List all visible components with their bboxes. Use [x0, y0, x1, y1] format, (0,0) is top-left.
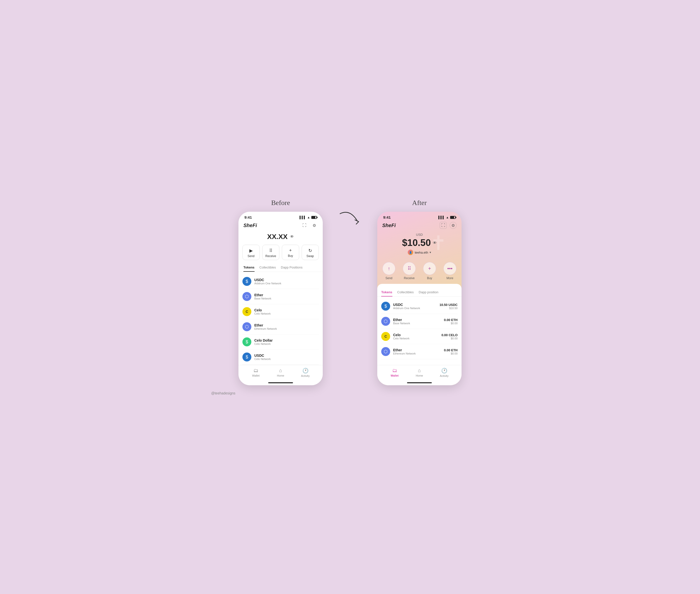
tab-collectibles-after[interactable]: Collectibles — [397, 289, 414, 297]
activity-nav-icon: 🕐 — [441, 368, 447, 373]
after-token-list: $ USDC Arbitrum One Network 10.50 USDC $… — [377, 299, 462, 365]
before-swap-button[interactable]: ↻ Swap — [302, 245, 319, 260]
send-label: Send — [247, 254, 255, 258]
eth-icon-after-2: ⬡ — [381, 347, 390, 356]
nav-wallet-before[interactable]: 🗂 Wallet — [248, 368, 263, 377]
before-buy-button[interactable]: + Buy — [282, 245, 299, 260]
token-item[interactable]: ⬡ Ether Base Network — [242, 289, 319, 304]
chevron-down-icon[interactable]: ▾ — [430, 251, 431, 254]
after-content-area: Tokens Collectibles Dapp position $ USDC… — [377, 284, 462, 385]
tab-dapp-after[interactable]: Dapp position — [419, 289, 438, 297]
settings-icon[interactable]: ⚙ — [449, 222, 457, 229]
token-item[interactable]: $ Celo Dollar Celo Network — [242, 334, 319, 350]
token-item[interactable]: C Celo Celo Network 0.00 CELO $0.00 — [381, 329, 458, 344]
token-name: USDC — [393, 303, 436, 307]
before-app-header: SheFi ⛶ ⚙ — [238, 221, 323, 231]
nav-home-after[interactable]: ⌂ Home — [412, 368, 427, 377]
after-receive-button[interactable]: ⠿ Receive — [403, 262, 416, 280]
token-item[interactable]: C Celo Celo Network — [242, 304, 319, 319]
token-info: Celo Dollar Celo Network — [254, 338, 319, 345]
after-balance: $10.50 — [402, 237, 431, 248]
token-info: USDC Arbitrum One Network — [393, 303, 436, 310]
celo-icon-after: C — [381, 332, 390, 341]
expand-icon[interactable]: ⛶ — [301, 222, 308, 229]
expand-icon[interactable]: ⛶ — [440, 222, 447, 229]
after-status-bar: 9:41 ▌▌▌ ▲ — [377, 212, 462, 221]
receive-icon: ⠿ — [269, 248, 272, 253]
after-eye-icon[interactable]: 👁 — [433, 241, 437, 245]
receive-circle: ⠿ — [403, 262, 416, 275]
token-info: Ether Ethereum Network — [254, 323, 319, 330]
after-action-buttons: ↑ Send ⠿ Receive + Buy ••• More — [377, 259, 462, 284]
token-info: Ether Base Network — [254, 293, 319, 300]
before-label: Before — [271, 199, 290, 207]
token-amounts: 10.50 USDC $10.50 — [439, 303, 458, 310]
wifi-icon: ▲ — [307, 216, 310, 219]
after-send-button[interactable]: ↑ Send — [382, 262, 395, 280]
usdc-icon-2: $ — [242, 353, 251, 361]
buy-label: Buy — [427, 276, 432, 280]
before-section: Before 9:41 ▌▌▌ ▲ SheFi ⛶ ⚙ — [238, 199, 323, 385]
tab-tokens-after[interactable]: Tokens — [381, 289, 392, 297]
usdc-icon-after-1: $ — [381, 302, 390, 310]
token-name: Celo — [254, 308, 319, 312]
home-nav-icon: ⌂ — [279, 368, 282, 373]
after-app-header: SheFi ⛶ ⚙ — [377, 221, 462, 231]
token-item[interactable]: $ USDC Celo Network — [242, 350, 319, 365]
before-token-list: $ USDC Arbitrum One Network ⬡ Ether Base… — [238, 274, 323, 365]
buy-label: Buy — [288, 254, 293, 258]
nav-activity-after[interactable]: 🕐 Activity — [437, 368, 452, 377]
account-avatar: 👤 — [408, 250, 413, 255]
token-item[interactable]: ⬡ Ether Base Network 0.00 ETH $0.00 — [381, 314, 458, 329]
nav-home-before[interactable]: ⌂ Home — [273, 368, 288, 377]
before-receive-button[interactable]: ⠿ Receive — [262, 245, 279, 260]
token-amount: 10.50 USDC — [439, 303, 458, 307]
after-status-time: 9:41 — [383, 215, 391, 220]
tab-dapp-before[interactable]: Dapp Positions — [281, 264, 302, 272]
nav-activity-before[interactable]: 🕐 Activity — [298, 368, 313, 377]
battery-icon — [450, 216, 456, 219]
wallet-nav-label: Wallet — [252, 374, 260, 377]
after-more-button[interactable]: ••• More — [443, 262, 456, 280]
celo-icon-1: C — [242, 307, 251, 316]
token-amounts: 0.00 ETH $0.00 — [444, 318, 458, 325]
token-network: Celo Network — [254, 312, 319, 315]
after-buy-button[interactable]: + Buy — [423, 262, 436, 280]
token-amount: 0.00 CELO — [441, 333, 458, 337]
token-item[interactable]: $ USDC Arbitrum One Network 10.50 USDC $… — [381, 299, 458, 314]
eth-icon-after-1: ⬡ — [381, 317, 390, 326]
token-usd: $0.00 — [441, 337, 458, 340]
token-item[interactable]: ⬡ Ether Ethereum Network — [242, 319, 319, 334]
tab-tokens-before[interactable]: Tokens — [243, 264, 255, 272]
tab-collectibles-before[interactable]: Collectibles — [260, 264, 276, 272]
buy-circle: + — [423, 262, 436, 275]
token-info: USDC Arbitrum One Network — [254, 278, 319, 285]
before-send-button[interactable]: ▶ Send — [242, 245, 260, 260]
settings-icon[interactable]: ⚙ — [311, 222, 318, 229]
wallet-nav-icon: 🗂 — [253, 368, 258, 373]
signal-icon: ▌▌▌ — [438, 216, 445, 219]
before-eye-icon[interactable]: 👁 — [290, 234, 294, 239]
before-balance-section: XX.XX 👁 — [238, 231, 323, 243]
token-usd: $0.00 — [444, 322, 458, 325]
wallet-nav-icon: 🗂 — [392, 368, 397, 373]
nav-wallet-after[interactable]: 🗂 Wallet — [387, 368, 402, 377]
token-network: Celo Network — [254, 358, 319, 360]
token-amounts: 0.00 CELO $0.00 — [441, 333, 458, 340]
before-status-icons: ▌▌▌ ▲ — [300, 216, 317, 219]
home-nav-label: Home — [277, 374, 284, 377]
token-usd: $10.50 — [439, 307, 458, 310]
token-network: Arbitrum One Network — [254, 282, 319, 285]
token-info: Celo Celo Network — [254, 308, 319, 315]
send-circle: ↑ — [382, 262, 395, 275]
before-home-indicator — [268, 382, 293, 383]
token-item[interactable]: $ USDC Arbitrum One Network — [242, 274, 319, 289]
before-action-buttons: ▶ Send ⠿ Receive + Buy ↻ Swap — [238, 243, 323, 263]
token-info: Ether Base Network — [393, 318, 441, 325]
after-header-icons: ⛶ ⚙ — [440, 222, 457, 229]
token-network: Base Network — [393, 322, 441, 325]
before-status-time: 9:41 — [244, 215, 252, 220]
token-amount: 0.00 ETH — [444, 348, 458, 352]
token-item[interactable]: ⬡ Ether Ethereum Network 0.00 ETH $0.00 — [381, 344, 458, 359]
signal-icon: ▌▌▌ — [300, 216, 306, 219]
